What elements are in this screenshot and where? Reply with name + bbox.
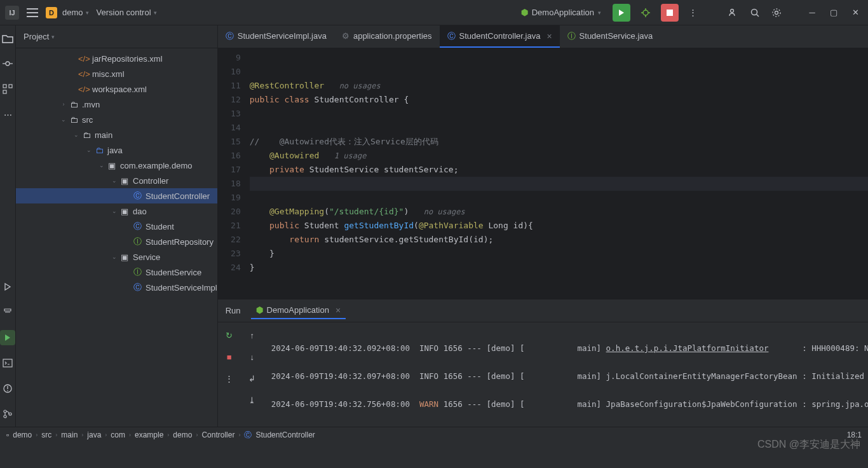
tree-interface[interactable]: ⒾStudentRepository	[16, 234, 217, 249]
commit-tool-icon[interactable]	[0, 56, 15, 71]
chevron-down-icon: ▾	[598, 10, 601, 16]
tab-studentcontroller[interactable]: ⒸStudentController.java×	[440, 25, 560, 48]
stop-button[interactable]	[661, 4, 679, 22]
left-tool-rail: ⋯	[0, 25, 16, 427]
chevron-right-icon: ›	[59, 101, 68, 107]
search-button[interactable]	[747, 5, 763, 20]
tab-application-properties[interactable]: ⚙application.properties	[334, 25, 440, 48]
chevron-down-icon: ⌄	[97, 162, 106, 169]
tree-class[interactable]: ⒸStudentServiceImpl	[16, 280, 217, 295]
interface-icon: Ⓘ	[567, 31, 576, 42]
interface-icon: Ⓘ	[132, 266, 143, 278]
tree-file[interactable]: </>misc.xml	[16, 66, 217, 81]
close-icon[interactable]: ×	[336, 305, 341, 315]
console-output[interactable]: 2024-06-09T19:40:32.092+08:00 INFO 1656 …	[264, 322, 868, 427]
tree-folder[interactable]: ⌄🗀src	[16, 112, 217, 127]
project-name: demo	[62, 8, 83, 17]
folder-icon: 🗀	[81, 130, 92, 140]
cursor-position[interactable]: 18:1	[847, 430, 862, 439]
tab-studentserviceimpl[interactable]: ⒸStudentServiceImpl.java	[218, 25, 334, 48]
project-tool-icon[interactable]	[0, 31, 15, 46]
package-icon: ▣	[119, 252, 130, 262]
module-icon: ▫	[6, 430, 9, 439]
window-minimize[interactable]: ─	[804, 5, 820, 20]
tree-folder[interactable]: ⌄🗀main	[16, 127, 217, 142]
tree-folder[interactable]: ›🗀.mvn	[16, 97, 217, 112]
soft-wrap-icon[interactable]: ↲	[245, 371, 260, 386]
chevron-down-icon: ⌄	[110, 208, 119, 214]
svg-point-0	[643, 10, 648, 15]
chevron-down-icon: ⌄	[110, 254, 119, 260]
project-badge: D	[46, 7, 57, 18]
package-icon: ▣	[119, 176, 130, 186]
run-configuration-selector[interactable]: ⬢ DemoApplication ▾	[516, 6, 606, 19]
console-more-icon[interactable]: ⋮	[222, 371, 237, 386]
svg-rect-5	[667, 10, 673, 16]
run-button[interactable]	[613, 4, 630, 22]
stop-console-button[interactable]: ■	[222, 349, 237, 364]
tree-class[interactable]: ⒸStudent	[16, 219, 217, 234]
svg-rect-14	[3, 85, 6, 88]
svg-point-10	[773, 9, 780, 17]
project-tree[interactable]: </>jarRepositories.xml </>misc.xml </>wo…	[16, 48, 217, 427]
structure-tool-icon[interactable]	[0, 81, 15, 97]
svg-point-6	[731, 9, 734, 12]
folder-icon: 🗀	[68, 115, 79, 125]
more-actions-button[interactable]: ⋮	[685, 5, 700, 20]
tree-class-selected[interactable]: ⒸStudentController	[16, 188, 217, 203]
tree-package[interactable]: ⌄▣Controller	[16, 173, 217, 188]
tree-folder[interactable]: ⌄🗀java	[16, 142, 217, 158]
svg-rect-15	[9, 85, 12, 88]
build-tool-icon[interactable]	[0, 305, 15, 320]
version-control-dropdown[interactable]: Version control ▾	[97, 8, 157, 17]
run-tab-label[interactable]: Run	[226, 306, 241, 315]
line-gutter[interactable]: 9101112 13141516 17181920 21222324	[218, 48, 250, 299]
chevron-down-icon: ⌄	[110, 177, 119, 184]
statusbar: ▫ demo› src› main› java› com› example› d…	[0, 427, 868, 443]
rerun-button[interactable]: ↻	[222, 327, 237, 343]
editor-tabs: ⒸStudentServiceImpl.java ⚙application.pr…	[218, 25, 868, 48]
code-editor[interactable]: @RestController no usages public class S…	[250, 48, 868, 299]
tree-interface[interactable]: ⒾStudentService	[16, 265, 217, 280]
tree-package[interactable]: ⌄▣com.example.demo	[16, 158, 217, 173]
problems-tool-icon[interactable]	[0, 381, 15, 396]
close-icon[interactable]: ×	[546, 31, 552, 41]
editor-body[interactable]: ⚠ 3 ˄ ˅ 9101112 13141516 17181920 212223…	[218, 48, 868, 299]
run-tab-config[interactable]: ⬢ DemoApplication ×	[251, 303, 346, 319]
project-dropdown[interactable]: D demo ▾	[46, 7, 89, 18]
xml-icon: </>	[78, 69, 90, 79]
vcs-tool-icon[interactable]	[0, 406, 15, 422]
run-active-tool-icon[interactable]	[0, 330, 15, 345]
tree-package[interactable]: ⌄▣Service	[16, 249, 217, 265]
more-tools-icon[interactable]: ⋯	[0, 107, 15, 122]
settings-button[interactable]	[769, 5, 784, 20]
titlebar: IJ D demo ▾ Version control ▾ ⬢ DemoAppl…	[0, 0, 868, 25]
spring-icon: ⬢	[256, 305, 263, 315]
package-icon: ▣	[119, 207, 130, 216]
scroll-up-icon[interactable]: ↑	[245, 327, 260, 343]
tree-file[interactable]: </>jarRepositories.xml	[16, 51, 217, 66]
editor-area: ⒸStudentServiceImpl.java ⚙application.pr…	[218, 25, 868, 427]
run-tool-icon[interactable]	[0, 279, 15, 294]
code-with-me-icon[interactable]	[726, 5, 741, 20]
scroll-down-icon[interactable]: ↓	[245, 349, 260, 364]
tree-file[interactable]: </>workspace.xml	[16, 81, 217, 97]
window-maximize[interactable]: ▢	[826, 5, 841, 20]
xml-icon: </>	[78, 54, 90, 64]
terminal-tool-icon[interactable]	[0, 355, 15, 371]
chevron-down-icon: ▾	[86, 10, 89, 16]
chevron-down-icon: ⌄	[59, 116, 68, 123]
project-panel-header[interactable]: Project ▾	[16, 25, 217, 48]
tree-package[interactable]: ⌄▣dao	[16, 203, 217, 219]
ide-logo: IJ	[5, 6, 19, 20]
breadcrumb[interactable]: ▫ demo› src› main› java› com› example› d…	[6, 430, 315, 441]
window-close[interactable]: ✕	[848, 5, 863, 20]
debug-button[interactable]	[637, 4, 654, 22]
class-icon: Ⓒ	[132, 282, 143, 293]
scroll-to-end-icon[interactable]: ⤓	[245, 392, 260, 408]
package-icon: ▣	[106, 161, 118, 170]
svg-rect-16	[3, 90, 6, 93]
main-menu-button[interactable]	[27, 8, 38, 17]
tab-studentservice[interactable]: ⒾStudentService.java	[560, 25, 661, 48]
class-icon: Ⓒ	[244, 430, 252, 441]
